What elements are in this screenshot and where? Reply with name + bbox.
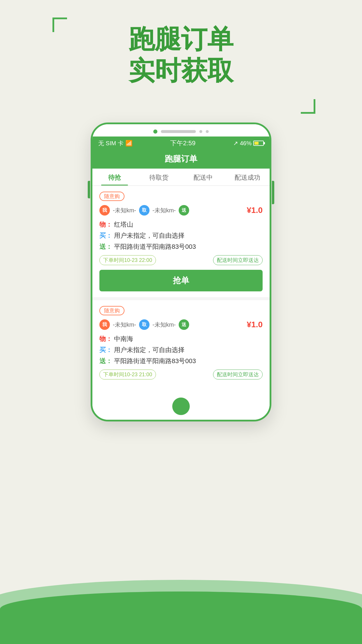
- order-time-tag-2: 下单时间10-23 21:00: [99, 370, 156, 379]
- send-value-2: 平阳路街道平阳南路83号003: [114, 357, 196, 365]
- goods-row-2: 物： 中南海: [99, 335, 263, 343]
- order-badge-2: 随意购: [99, 306, 124, 315]
- phone-speaker: [161, 130, 196, 133]
- phone-camera-2: [206, 130, 209, 133]
- order-info-1: 物： 红塔山 买： 用户未指定，可自由选择 送： 平阳路街道平阳南路83号003: [99, 220, 263, 251]
- goods-row-1: 物： 红塔山: [99, 220, 263, 229]
- route-to-km-2: -未知km-: [152, 321, 176, 329]
- goods-label-1: 物：: [99, 220, 112, 229]
- tab-bar: 待抢 待取货 配送中 配送成功: [92, 169, 270, 186]
- order-badge-1: 随意购: [99, 192, 124, 201]
- hero-title-line1: 跑腿订单: [0, 23, 362, 55]
- order-card-2: 随意购 我 -未知km- 取 -未知km- 送 ¥1.0: [92, 300, 270, 390]
- send-value-1: 平阳路街道平阳南路83号003: [114, 242, 196, 251]
- delivery-time-tag-2: 配送时间立即送达: [213, 370, 263, 379]
- clock: 下午2:59: [170, 139, 196, 148]
- goods-value-1: 红塔山: [114, 220, 133, 229]
- battery-icon: [253, 141, 264, 146]
- corner-bracket-br: [301, 99, 315, 114]
- phone-side-button-right: [272, 181, 274, 204]
- status-bar: 无 SIM 卡 📶 下午2:59 ↗ 46%: [92, 136, 270, 150]
- goods-value-2: 中南海: [114, 335, 133, 343]
- order-price-2: ¥1.0: [247, 320, 263, 329]
- phone-sensor: [153, 130, 157, 134]
- battery-fill: [254, 142, 259, 145]
- route-from-km-2: -未知km-: [113, 321, 136, 329]
- order-list: 随意购 我 -未知km- 取 -未知km- 送 ¥1.0: [92, 186, 270, 390]
- tab-delivered[interactable]: 配送成功: [225, 169, 270, 186]
- hero-title-line2: 实时获取: [0, 55, 362, 86]
- route-from-km-1: -未知km-: [113, 206, 136, 214]
- order-route-2: 我 -未知km- 取 -未知km- 送 ¥1.0: [99, 319, 263, 330]
- send-label-2: 送：: [99, 357, 112, 365]
- phone-home-area: [92, 393, 270, 420]
- phone-top-notch: [92, 124, 270, 136]
- status-right: ↗ 46%: [233, 140, 264, 147]
- route-dot-me-1: 我: [99, 205, 110, 216]
- tab-waiting-grab[interactable]: 待抢: [92, 169, 137, 186]
- wifi-icon: 📶: [125, 140, 133, 147]
- buy-label-1: 买：: [99, 231, 112, 240]
- route-dot-pick-2: 取: [139, 319, 150, 330]
- route-dot-deliver-2: 送: [179, 319, 189, 330]
- order-card-1: 随意购 我 -未知km- 取 -未知km- 送 ¥1.0: [92, 186, 270, 297]
- location-icon: ↗: [233, 140, 238, 147]
- phone-side-button-left: [88, 181, 90, 198]
- grab-button-1[interactable]: 抢单: [99, 270, 263, 291]
- battery-percent: 46%: [240, 140, 252, 147]
- home-button[interactable]: [172, 398, 190, 415]
- tab-waiting-pickup[interactable]: 待取货: [137, 169, 181, 186]
- route-dot-pick-1: 取: [139, 205, 150, 216]
- app-header: 跑腿订单: [92, 150, 270, 169]
- phone-mockup: 无 SIM 卡 📶 下午2:59 ↗ 46% 跑腿订单 待抢 待取货: [91, 123, 271, 421]
- hero-title: 跑腿订单 实时获取: [0, 23, 362, 86]
- phone-screen: 无 SIM 卡 📶 下午2:59 ↗ 46% 跑腿订单 待抢 待取货: [91, 123, 271, 421]
- send-row-1: 送： 平阳路街道平阳南路83号003: [99, 242, 263, 251]
- tab-delivering[interactable]: 配送中: [181, 169, 225, 186]
- order-price-1: ¥1.0: [247, 206, 263, 215]
- order-meta-1: 下单时间10-23 22:00 配送时间立即送达: [99, 255, 263, 265]
- buy-label-2: 买：: [99, 346, 112, 354]
- goods-label-2: 物：: [99, 335, 112, 343]
- delivery-time-tag-1: 配送时间立即送达: [213, 255, 263, 265]
- send-label-1: 送：: [99, 242, 112, 251]
- order-meta-2: 下单时间10-23 21:00 配送时间立即送达: [99, 370, 263, 379]
- route-dot-deliver-1: 送: [179, 205, 189, 216]
- buy-row-1: 买： 用户未指定，可自由选择: [99, 231, 263, 240]
- route-to-km-1: -未知km-: [152, 206, 176, 214]
- order-time-tag-1: 下单时间10-23 22:00: [99, 255, 156, 265]
- bottom-wave-decoration: [0, 568, 362, 644]
- status-left: 无 SIM 卡 📶: [98, 139, 133, 147]
- carrier-text: 无 SIM 卡: [98, 139, 124, 147]
- wave-dark: [0, 592, 362, 644]
- send-row-2: 送： 平阳路街道平阳南路83号003: [99, 357, 263, 365]
- phone-camera-1: [199, 130, 202, 133]
- route-dot-me-2: 我: [99, 319, 110, 330]
- app-title: 跑腿订单: [165, 154, 197, 163]
- order-route-1: 我 -未知km- 取 -未知km- 送 ¥1.0: [99, 205, 263, 216]
- buy-row-2: 买： 用户未指定，可自由选择: [99, 346, 263, 354]
- buy-value-2: 用户未指定，可自由选择: [114, 346, 184, 354]
- buy-value-1: 用户未指定，可自由选择: [114, 231, 184, 240]
- order-info-2: 物： 中南海 买： 用户未指定，可自由选择 送： 平阳路街道平阳南路83号003: [99, 335, 263, 365]
